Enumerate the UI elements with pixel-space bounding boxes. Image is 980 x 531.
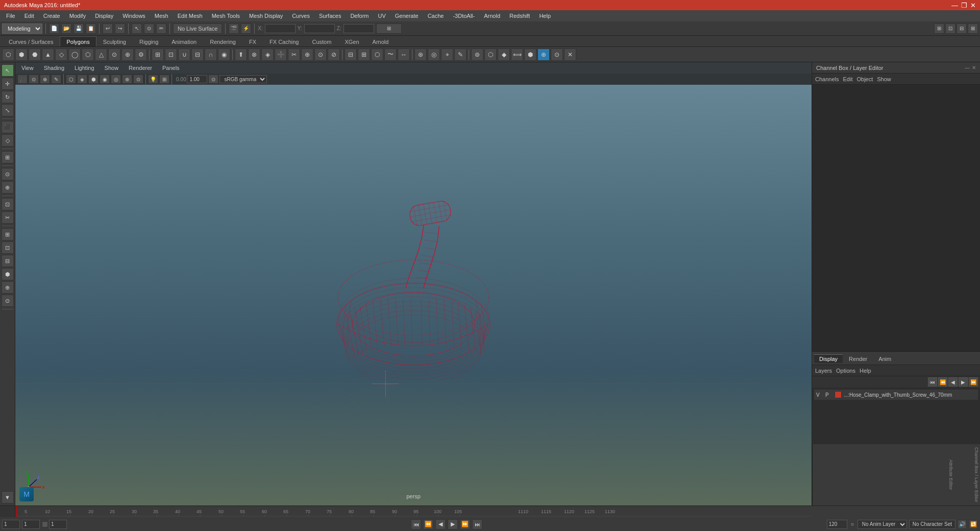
menu-display[interactable]: Display xyxy=(91,12,117,20)
tab-curves-surfaces[interactable]: Curves / Surfaces xyxy=(2,36,60,46)
vp-frame-sel[interactable]: ◈ xyxy=(77,75,87,84)
key-frame-input[interactable] xyxy=(49,520,67,529)
icon-smooth[interactable]: ◉ xyxy=(218,49,230,61)
layer-playback[interactable]: P xyxy=(825,392,832,398)
end-frame-input[interactable] xyxy=(827,520,847,529)
vp-smooth[interactable]: ◉ xyxy=(100,75,110,84)
anim-layer-selector[interactable]: No Anim Layer xyxy=(857,520,907,529)
icon-bridge[interactable]: ⊗ xyxy=(248,49,260,61)
icon-gear[interactable]: ⚙ xyxy=(135,49,147,61)
open-btn[interactable]: 📂 xyxy=(61,23,71,34)
vp-normals[interactable]: ⊛ xyxy=(122,75,132,84)
save-btn[interactable]: 💾 xyxy=(74,23,84,34)
layer-visible[interactable]: V xyxy=(816,392,823,398)
vp-cam-btn[interactable]: 🎥 xyxy=(17,75,28,84)
right-sidebar-label[interactable]: Channel Box / Layer Editor Attribute Edi… xyxy=(812,444,980,505)
right-toolbar-3[interactable]: ⊟ xyxy=(957,23,967,34)
icon-weld[interactable]: ◎ xyxy=(428,49,440,61)
window-controls[interactable]: — ❐ ✕ xyxy=(951,2,976,9)
soft-mod[interactable]: ◇ xyxy=(2,134,14,147)
render-btn[interactable]: 🎬 xyxy=(229,23,239,34)
layer-tab-render[interactable]: Render xyxy=(844,355,872,363)
icon-bevel[interactable]: ⬡ xyxy=(371,49,383,61)
cb-menu-channels[interactable]: Channels xyxy=(815,76,839,82)
select-btn[interactable]: ↖ xyxy=(132,23,142,34)
vp-paint-btn[interactable]: ✎ xyxy=(51,75,61,84)
tool-6[interactable]: ⊙ xyxy=(2,295,14,307)
show-manip[interactable]: ⊞ xyxy=(2,151,14,163)
vp-gamma-select[interactable]: sRGB gamma xyxy=(219,75,267,83)
layer-tab-anim[interactable]: Anim xyxy=(873,355,896,363)
ipr-btn[interactable]: ⚡ xyxy=(241,23,251,34)
vp-menu-shading[interactable]: Shading xyxy=(41,64,67,72)
menu-mesh-tools[interactable]: Mesh Tools xyxy=(208,12,244,20)
move-tool[interactable]: ✛ xyxy=(2,78,14,90)
icon-pipe[interactable]: ⊙ xyxy=(108,49,120,61)
undo-btn[interactable]: ↩ xyxy=(103,23,113,34)
menu-mesh[interactable]: Mesh xyxy=(151,12,173,20)
icon-sym[interactable]: ⊕ xyxy=(537,49,550,61)
menu-generate[interactable]: Generate xyxy=(391,12,423,20)
tab-animation[interactable]: Animation xyxy=(165,36,203,46)
paint-sel[interactable]: ⊙ xyxy=(2,168,14,180)
menu-modify[interactable]: Modify xyxy=(65,12,90,20)
right-toolbar-2[interactable]: ⊡ xyxy=(945,23,955,34)
start-frame-input[interactable] xyxy=(2,520,20,529)
menu-arnold[interactable]: Arnold xyxy=(480,12,504,20)
menu-edit-mesh[interactable]: Edit Mesh xyxy=(174,12,207,20)
tool-1[interactable]: ⊞ xyxy=(2,228,14,240)
icon-separate[interactable]: ⊡ xyxy=(165,49,177,61)
icon-bool-diff[interactable]: ⊟ xyxy=(191,49,204,61)
tool-3[interactable]: ⊟ xyxy=(2,255,14,267)
tab-custom[interactable]: Custom xyxy=(306,36,338,46)
menu-edit[interactable]: Edit xyxy=(20,12,38,20)
save-as-btn[interactable]: 📋 xyxy=(86,23,96,34)
step-back-btn[interactable]: ⏪ xyxy=(423,519,433,529)
tool-2[interactable]: ⊡ xyxy=(2,242,14,254)
icon-prism[interactable]: ⬡ xyxy=(82,49,94,61)
layer-menu-help[interactable]: Help xyxy=(860,368,871,374)
select-tool[interactable]: ↖ xyxy=(2,64,14,77)
region-cut[interactable]: ⊡ xyxy=(2,198,14,210)
sidebar-label-channel-box[interactable]: Channel Box / Layer Editor xyxy=(974,447,979,502)
cb-menu-object[interactable]: Object xyxy=(856,76,873,82)
tab-sculpting[interactable]: Sculpting xyxy=(96,36,133,46)
loop-btn[interactable]: 🔁 xyxy=(969,520,978,529)
y-field[interactable] xyxy=(304,24,335,33)
menu-redshift[interactable]: Redshift xyxy=(505,12,534,20)
vp-sel-mask-btn[interactable]: ⊙ xyxy=(29,75,39,84)
icon-cube[interactable]: ⬢ xyxy=(15,49,28,61)
icon-sphere[interactable]: ⬡ xyxy=(2,49,14,61)
rotate-tool[interactable]: ↻ xyxy=(2,91,14,103)
vp-gamma-input[interactable] xyxy=(187,75,207,83)
layer-color-swatch[interactable] xyxy=(835,391,842,398)
character-set-btn[interactable]: No Character Set xyxy=(909,520,955,529)
icon-flip[interactable]: ⟺ xyxy=(511,49,523,61)
menu-create[interactable]: Create xyxy=(39,12,64,20)
icon-xray[interactable]: ⊚ xyxy=(471,49,483,61)
icon-target-weld[interactable]: ⊛ xyxy=(414,49,427,61)
minimize-btn[interactable]: — xyxy=(951,2,958,9)
icon-cylinder[interactable]: ⬣ xyxy=(29,49,41,61)
menu-help[interactable]: Help xyxy=(535,12,555,20)
icon-cone[interactable]: ▲ xyxy=(42,49,54,61)
paint-btn[interactable]: ✏ xyxy=(156,23,166,34)
icon-keep-faces[interactable]: ⊙ xyxy=(551,49,563,61)
vp-frame-all[interactable]: ⬡ xyxy=(66,75,76,84)
collapse-btn[interactable]: ▼ xyxy=(2,491,14,503)
layer-ctrl-5[interactable]: ⏩ xyxy=(969,377,978,387)
layer-tab-display[interactable]: Display xyxy=(814,354,843,363)
menu-windows[interactable]: Windows xyxy=(118,12,150,20)
vp-lighting-btn[interactable]: 💡 xyxy=(148,75,158,84)
icon-bool-inter[interactable]: ∩ xyxy=(205,49,217,61)
go-to-end-btn[interactable]: ⏭ xyxy=(472,519,482,529)
vp-uvs[interactable]: ⊙ xyxy=(133,75,143,84)
layer-item[interactable]: V P ...:Hose_Clamp_with_Thumb_Screw_46_7… xyxy=(814,390,978,400)
vp-menu-show[interactable]: Show xyxy=(102,64,122,72)
channel-box-minimize[interactable]: — xyxy=(965,65,970,70)
icon-split[interactable]: ⊘ xyxy=(328,49,340,61)
icon-crease[interactable]: 〜 xyxy=(384,49,397,61)
layer-ctrl-4[interactable]: ▶ xyxy=(959,377,968,387)
icon-plane[interactable]: ◇ xyxy=(55,49,67,61)
tool-5[interactable]: ⊕ xyxy=(2,281,14,294)
